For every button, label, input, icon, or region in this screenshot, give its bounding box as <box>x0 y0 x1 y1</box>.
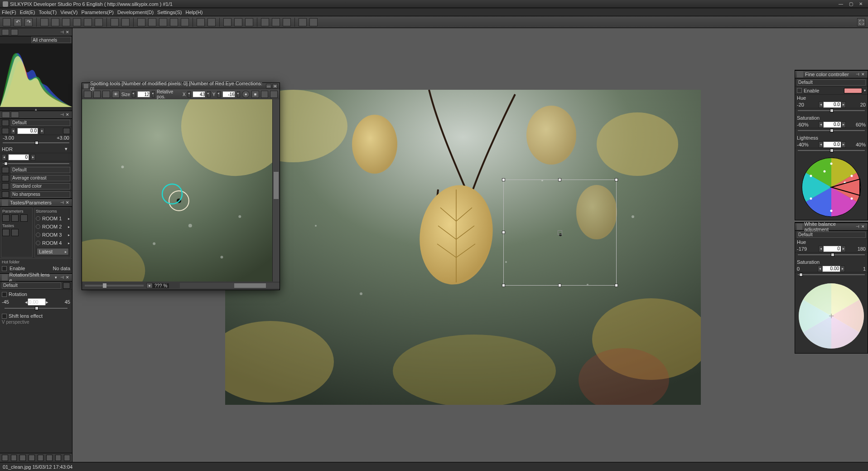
preview-icon[interactable] <box>309 18 318 26</box>
profile-tool-icon[interactable] <box>299 18 307 26</box>
reset-icon[interactable] <box>63 282 70 289</box>
x-input[interactable] <box>193 91 205 97</box>
target-color-swatch[interactable] <box>844 88 862 93</box>
rotate-icon[interactable] <box>234 18 242 26</box>
spotting-title-bar[interactable]: Spotting tools [Number of modified pixel… <box>82 83 280 89</box>
fc-hue-slider[interactable] <box>795 110 868 115</box>
ev-decrease-button[interactable]: ◂ <box>11 128 15 134</box>
gear-icon[interactable] <box>111 18 119 26</box>
hot-enable-checkbox[interactable] <box>2 266 7 271</box>
spot-tool-2-icon[interactable] <box>93 91 101 98</box>
layout-1-icon[interactable] <box>40 18 48 26</box>
x-inc-button[interactable]: ▸ <box>207 91 211 97</box>
chain-icon[interactable] <box>121 18 130 26</box>
text-tool-icon[interactable] <box>272 18 280 26</box>
center-handle-icon[interactable] <box>558 230 562 235</box>
room-3-row[interactable]: ROOM 3▸ <box>36 231 70 239</box>
highlight-icon[interactable] <box>207 18 216 26</box>
footer-8-icon[interactable] <box>64 455 70 461</box>
room-4-row[interactable]: ROOM 4▸ <box>36 239 70 247</box>
spot-shape-square-icon[interactable]: ■ <box>251 91 259 98</box>
wb-sat-inc-button[interactable]: ▸ <box>840 266 845 272</box>
rotation-checkbox[interactable] <box>2 292 7 297</box>
minimize-button[interactable]: — <box>836 1 845 7</box>
layout-5-icon[interactable] <box>84 18 92 26</box>
pin-icon[interactable]: ⊣ <box>60 30 65 34</box>
eyedropper-icon[interactable] <box>197 18 205 26</box>
spot-extra-2-icon[interactable] <box>270 91 278 98</box>
maximize-button[interactable]: ▢ <box>846 1 855 7</box>
fc-sat-input[interactable] <box>823 121 841 128</box>
pin-icon[interactable]: ⊣ <box>60 200 65 205</box>
layout-4-icon[interactable] <box>73 18 81 26</box>
sharpness-select[interactable]: No sharpness <box>11 191 70 198</box>
zoom-slider[interactable] <box>85 285 144 286</box>
panel-close-icon[interactable]: ✕ <box>861 224 866 229</box>
menu-edit[interactable]: Edit(E) <box>20 10 35 15</box>
channels-select[interactable]: All channels <box>31 37 71 43</box>
panel-close-icon[interactable]: ✕ <box>861 72 866 77</box>
zoom-fit-icon[interactable] <box>171 283 177 288</box>
room-2-row[interactable]: ROOM 2▸ <box>36 223 70 231</box>
brush-icon[interactable] <box>181 18 189 26</box>
spotting-horizontal-scrollbar[interactable] <box>180 283 280 288</box>
histogram-tab-icon[interactable] <box>2 29 9 35</box>
footer-7-icon[interactable] <box>55 455 62 461</box>
taste-1-icon[interactable] <box>2 229 10 236</box>
curve-tool-icon[interactable] <box>283 18 291 26</box>
wb-preset-select[interactable]: Default <box>797 232 866 238</box>
size-input[interactable] <box>137 91 150 97</box>
spot-eraser-icon[interactable] <box>102 91 110 98</box>
menu-help[interactable]: Help(H) <box>186 10 203 15</box>
spot-extra-1-icon[interactable] <box>261 91 269 98</box>
select-all-icon[interactable] <box>148 18 156 26</box>
fine-enable-checkbox[interactable] <box>797 88 802 93</box>
footer-5-icon[interactable] <box>38 455 44 461</box>
fine-color-preset-select[interactable]: Default <box>797 79 866 86</box>
measure-icon[interactable] <box>245 18 253 26</box>
footer-3-icon[interactable] <box>19 455 26 461</box>
color-select[interactable]: Standard color <box>11 183 70 189</box>
chevron-down-icon[interactable]: ▾ <box>55 275 59 280</box>
size-dec-button[interactable]: ◂ <box>132 91 135 97</box>
footer-1-icon[interactable] <box>2 455 8 461</box>
wb-hue-inc-button[interactable]: ▸ <box>841 246 846 252</box>
size-inc-button[interactable]: ▸ <box>152 91 155 97</box>
hdr-decrease-button[interactable]: ◂ <box>2 154 6 160</box>
menu-parameters[interactable]: Parameters(P) <box>81 10 114 15</box>
room-1-row[interactable]: ROOM 1▸ <box>36 214 70 223</box>
scrollbar-thumb[interactable] <box>274 172 279 199</box>
panel-close-icon[interactable]: ✕ <box>66 275 70 280</box>
param-3-icon[interactable] <box>20 214 28 222</box>
layout-3-icon[interactable] <box>62 18 70 26</box>
panel-close-icon[interactable]: ✕ <box>66 200 70 205</box>
spotting-minimize-button[interactable]: — <box>266 84 271 88</box>
param-2-icon[interactable] <box>11 214 19 222</box>
ev-increase-button[interactable]: ▸ <box>40 128 44 134</box>
crop-selection[interactable] <box>503 180 617 286</box>
pin-icon[interactable]: ⊣ <box>856 72 860 77</box>
footer-4-icon[interactable] <box>29 455 35 461</box>
pin-icon[interactable]: ⊣ <box>60 112 65 117</box>
pin-icon[interactable]: ⊣ <box>60 275 65 280</box>
ev-auto-icon[interactable] <box>63 128 70 134</box>
spot-shape-circle-icon[interactable]: ● <box>242 91 250 98</box>
fc-hue-dec-button[interactable]: ◂ <box>819 102 823 108</box>
menu-file[interactable]: File(F) <box>2 10 16 15</box>
wb-sat-input[interactable] <box>822 266 840 272</box>
close-button[interactable]: ✕ <box>856 1 865 7</box>
fc-sat-dec-button[interactable]: ◂ <box>819 121 823 128</box>
footer-2-icon[interactable] <box>11 455 17 461</box>
wb-preset-select[interactable]: Default <box>11 167 70 173</box>
redo-icon[interactable]: ↷ <box>24 18 33 26</box>
spotting-vertical-scrollbar[interactable] <box>272 99 280 282</box>
spot-tool-1-icon[interactable] <box>84 91 92 98</box>
wb-hue-dec-button[interactable]: ◂ <box>819 246 823 252</box>
scrollbar-thumb[interactable] <box>234 283 266 288</box>
menu-tools[interactable]: Tools(T) <box>39 10 57 15</box>
fc-sat-inc-button[interactable]: ▸ <box>841 121 846 128</box>
y-dec-button[interactable]: ◂ <box>217 91 221 97</box>
exposure-preset-select[interactable]: Default <box>11 120 70 126</box>
fullscreen-icon[interactable]: ⛶ <box>857 18 865 26</box>
spot-eye-icon[interactable]: 👁 <box>112 91 120 98</box>
